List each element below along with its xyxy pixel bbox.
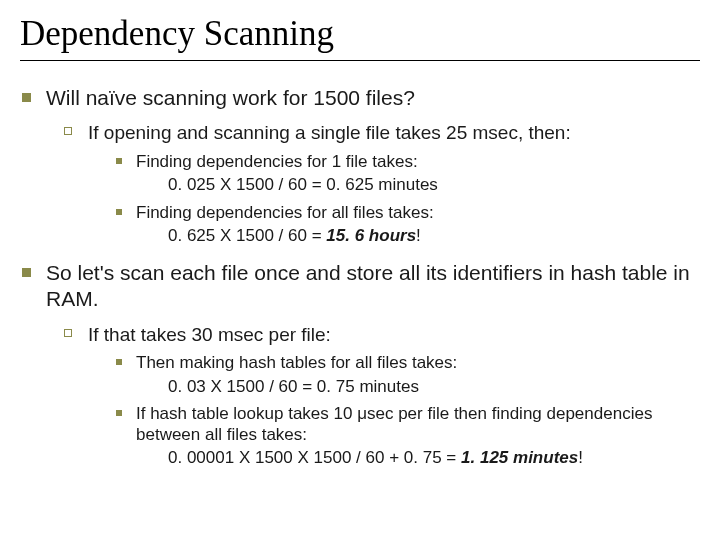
pt-one-file-calc: 0. 025 X 1500 / 60 = 0. 625 minutes <box>110 174 700 195</box>
calc-result: 1. 125 minutes <box>461 448 578 467</box>
pt-all-files-calc: 0. 625 X 1500 / 60 = 15. 6 hours! <box>110 225 700 246</box>
subbullet-30msec: If that takes 30 msec per file: Then mak… <box>58 323 700 469</box>
subbullet-text: If opening and scanning a single file ta… <box>88 122 571 143</box>
calc-pre: 0. 00001 X 1500 X 1500 / 60 + 0. 75 = <box>168 448 461 467</box>
mu-icon: μ <box>357 404 367 423</box>
calc-pre: 0. 625 X 1500 / 60 = <box>168 226 326 245</box>
bullet-text: Will naïve scanning work for 1500 files? <box>46 86 415 109</box>
calc-post: ! <box>578 448 583 467</box>
slide-title: Dependency Scanning <box>20 14 700 61</box>
pt-all-files: Finding dependencies for all files takes… <box>110 202 700 223</box>
pt-one-file: Finding dependencies for 1 file takes: <box>110 151 700 172</box>
pt-text: Then making hash tables for all files ta… <box>136 353 457 372</box>
pt-text-a: If hash table lookup takes 10 <box>136 404 357 423</box>
calc-result: 15. 6 hours <box>326 226 416 245</box>
slide: Dependency Scanning Will naïve scanning … <box>0 0 720 540</box>
bullet-hash-table: So let's scan each file once and store a… <box>20 260 700 469</box>
bullet-text: So let's scan each file once and store a… <box>46 261 690 310</box>
pt-lookup-calc: 0. 00001 X 1500 X 1500 / 60 + 0. 75 = 1.… <box>110 447 700 468</box>
pt-text: Finding dependencies for all files takes… <box>136 203 434 222</box>
subbullet-open-scan-time: If opening and scanning a single file ta… <box>58 121 700 246</box>
bullet-naive-scanning: Will naïve scanning work for 1500 files?… <box>20 85 700 246</box>
pt-make-hash-calc: 0. 03 X 1500 / 60 = 0. 75 minutes <box>110 376 700 397</box>
calc-post: ! <box>416 226 421 245</box>
slide-body: Will naïve scanning work for 1500 files?… <box>20 85 700 469</box>
pt-lookup: If hash table lookup takes 10 μsec per f… <box>110 403 700 446</box>
pt-make-hash: Then making hash tables for all files ta… <box>110 352 700 373</box>
subbullet-text: If that takes 30 msec per file: <box>88 324 331 345</box>
pt-text: Finding dependencies for 1 file takes: <box>136 152 418 171</box>
